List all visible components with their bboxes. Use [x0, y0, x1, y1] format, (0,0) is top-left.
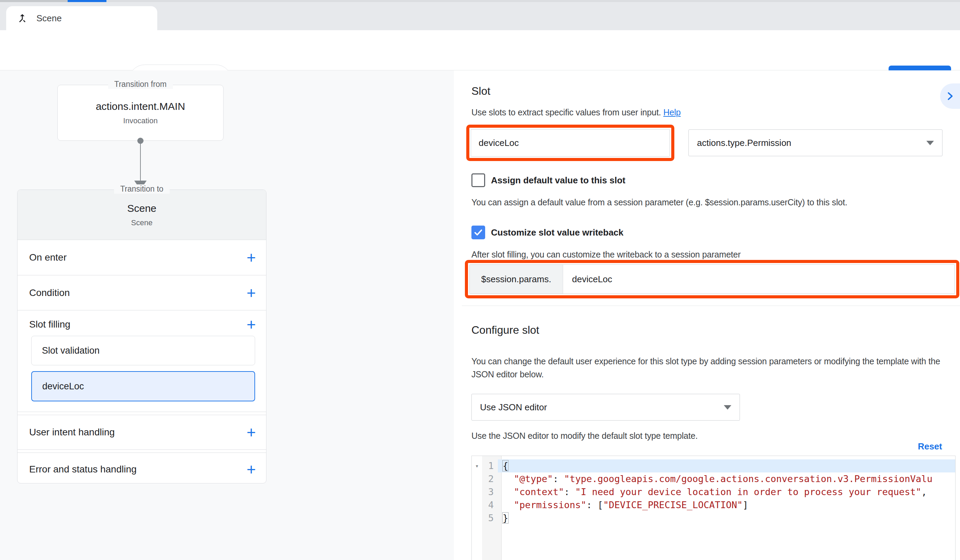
slot-heading: Slot: [471, 85, 490, 98]
scene-merge-icon: [16, 12, 28, 24]
scene-card-subtitle: Scene: [131, 218, 152, 227]
list-item-label: Slot validation: [42, 346, 99, 356]
app-window: Scene Scene English Cancel Save: [0, 0, 960, 560]
assign-default-description: You can assign a default value from a se…: [471, 197, 847, 207]
line-number: 4: [482, 499, 498, 512]
assign-default-checkbox[interactable]: [471, 173, 485, 187]
line-number: 2: [482, 472, 498, 485]
reset-link[interactable]: Reset: [918, 441, 942, 452]
transition-from-legend: Transition from: [108, 80, 173, 89]
slot-description-text: Use slots to extract specific values fro…: [471, 107, 661, 117]
section-label: Error and status handling: [29, 464, 137, 475]
top-scrollbar-thumb[interactable]: [68, 0, 106, 2]
transition-to-node: Transition to Scene Scene On enter + Con…: [17, 190, 266, 483]
fold-arrow-icon[interactable]: ▾: [472, 459, 482, 472]
section-label: User intent handling: [29, 427, 115, 438]
section-label: Condition: [29, 287, 70, 298]
collapse-panel-button[interactable]: [940, 83, 960, 109]
section-user-intent-handling[interactable]: User intent handling +: [18, 415, 266, 450]
transition-from-node[interactable]: Transition from actions.intent.MAIN Invo…: [58, 85, 224, 141]
code-line[interactable]: 5}: [472, 512, 955, 525]
header-bar: Scene English Cancel Save: [0, 30, 960, 70]
code-line[interactable]: 4 "permissions": ["DEVICE_PRECISE_LOCATI…: [472, 499, 955, 512]
fold-gutter: [472, 499, 482, 512]
writeback-label: Customize slot value writeback: [491, 227, 624, 238]
slot-name-input[interactable]: deviceLoc: [471, 129, 670, 157]
section-divider: [18, 450, 266, 453]
writeback-prefix: $session.params.: [470, 265, 563, 294]
scene-canvas: Transition from actions.intent.MAIN Invo…: [0, 70, 454, 560]
slot-validation-item[interactable]: Slot validation: [31, 336, 255, 365]
top-scrollbar-track: [0, 0, 68, 2]
writeback-checkbox[interactable]: [471, 226, 485, 239]
chevron-down-icon: [926, 141, 934, 145]
add-icon[interactable]: +: [246, 250, 256, 266]
configure-slot-description: You can change the default user experien…: [471, 355, 952, 381]
code-line[interactable]: 2 "@type": "type.googleapis.com/google.a…: [472, 472, 955, 485]
slot-description: Use slots to extract specific values fro…: [471, 107, 681, 117]
intent-name: actions.intent.MAIN: [96, 101, 185, 112]
slot-detail-panel: Slot Use slots to extract specific value…: [454, 70, 960, 560]
add-icon[interactable]: +: [246, 424, 256, 440]
code-line[interactable]: ▾1{: [472, 459, 955, 472]
section-condition[interactable]: Condition +: [18, 275, 266, 310]
section-slot-filling: Slot filling + Slot validation deviceLoc: [18, 310, 266, 412]
slot-filling-header[interactable]: Slot filling +: [18, 310, 266, 336]
tab-strip: Scene: [0, 0, 960, 30]
list-item-label: deviceLoc: [42, 381, 84, 392]
transition-to-legend: Transition to: [114, 184, 170, 194]
editor-mode-value: Use JSON editor: [480, 402, 547, 413]
line-number: 1: [482, 459, 498, 472]
writeback-highlight: $session.params. deviceLoc: [465, 260, 959, 298]
section-label: Slot filling: [29, 319, 70, 330]
configure-slot-heading: Configure slot: [471, 324, 539, 336]
fold-gutter: [472, 472, 482, 485]
add-icon[interactable]: +: [246, 317, 256, 332]
line-number: 5: [482, 512, 498, 525]
slot-type-select[interactable]: actions.type.Permission: [688, 130, 942, 156]
section-label: On enter: [29, 252, 67, 263]
json-editor-lines[interactable]: ▾1{2 "@type": "type.googleapis.com/googl…: [472, 456, 955, 525]
slot-deviceloc-item[interactable]: deviceLoc: [31, 371, 255, 402]
slot-name-highlight: deviceLoc: [466, 125, 674, 161]
slot-type-value: actions.type.Permission: [697, 138, 791, 148]
help-link[interactable]: Help: [663, 107, 681, 117]
code-line[interactable]: 3 "context": "I need your device locatio…: [472, 485, 955, 499]
fold-gutter: [472, 512, 482, 525]
code-text: }: [498, 512, 955, 525]
tab-scene[interactable]: Scene: [6, 6, 157, 30]
chevron-right-icon: [945, 91, 955, 101]
line-number: 3: [482, 485, 498, 499]
section-error-status-handling[interactable]: Error and status handling +: [18, 453, 266, 486]
scene-card-header[interactable]: Scene Scene: [18, 190, 266, 240]
top-scrollbar[interactable]: [0, 0, 960, 2]
assign-default-label: Assign default value to this slot: [491, 175, 626, 186]
tab-label: Scene: [37, 13, 62, 24]
check-icon: [473, 227, 483, 238]
section-divider: [18, 412, 266, 415]
section-on-enter[interactable]: On enter +: [18, 240, 266, 275]
writeback-input[interactable]: deviceLoc: [563, 265, 955, 294]
panel-divider: [462, 306, 960, 306]
code-text: "permissions": ["DEVICE_PRECISE_LOCATION…: [498, 499, 955, 512]
add-icon[interactable]: +: [246, 461, 256, 477]
intent-kind: Invocation: [123, 117, 158, 125]
code-text: {: [498, 459, 955, 472]
writeback-field[interactable]: $session.params. deviceLoc: [469, 264, 955, 294]
code-text: "context": "I need your device location …: [498, 485, 955, 499]
editor-mode-select[interactable]: Use JSON editor: [471, 394, 740, 421]
chevron-down-icon: [724, 405, 731, 410]
connector-line: [140, 141, 141, 181]
writeback-description: After slot filling, you can customize th…: [471, 250, 741, 259]
editor-hint: Use the JSON editor to modify the defaul…: [471, 431, 698, 441]
scene-card-title: Scene: [127, 203, 156, 214]
add-icon[interactable]: +: [246, 285, 256, 301]
code-text: "@type": "type.googleapis.com/google.act…: [498, 472, 955, 485]
fold-gutter: [472, 485, 482, 499]
json-editor[interactable]: ▾1{2 "@type": "type.googleapis.com/googl…: [471, 456, 955, 560]
